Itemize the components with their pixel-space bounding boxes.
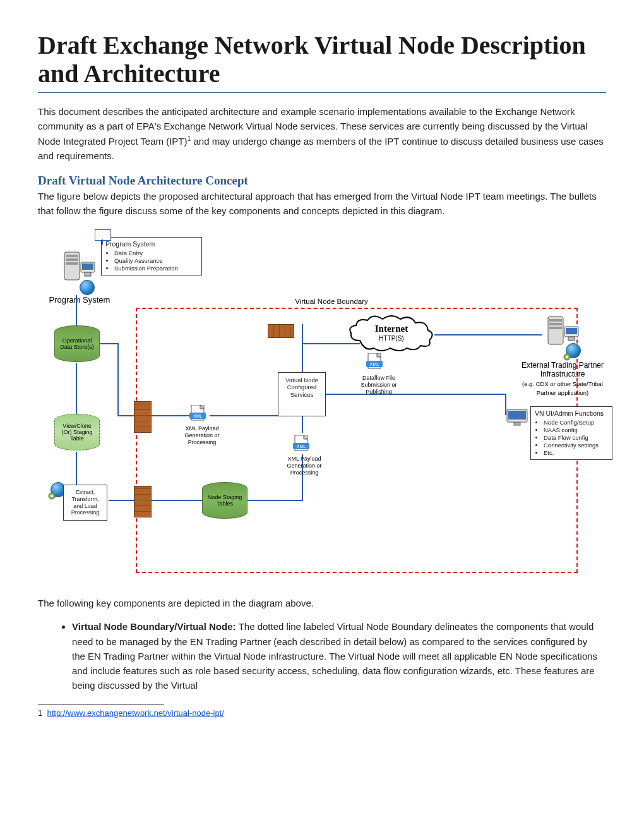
firewall-icon xyxy=(134,401,152,433)
ext-partner-sub: (e.g. CDX or other State/Tribal Partner … xyxy=(522,380,603,396)
footnote-number: 1 xyxy=(38,708,42,718)
internet-sub: HTTP(S) xyxy=(379,335,403,342)
admin-box-item: NAAS config xyxy=(544,426,608,434)
ps-box-item: Data Entry xyxy=(114,250,198,257)
key-components-list: Virtual Node Boundary/Virtual Node: The … xyxy=(57,619,606,692)
xml-file-icon: XML xyxy=(293,435,312,453)
footnote: 1 http://www.exchangenetwork.net/virtual… xyxy=(38,708,606,719)
svg-text:XML: XML xyxy=(193,414,203,418)
admin-box-item: Etc. xyxy=(544,449,608,457)
program-system-callout: Program System Data Entry Quality Assura… xyxy=(101,237,202,275)
svg-rect-6 xyxy=(85,272,91,276)
section-heading-architecture: Draft Virtual Node Architecture Concept xyxy=(38,174,606,188)
xml-file-icon: XML xyxy=(366,353,385,371)
ext-partner-text: External Trading Partner Infrastructure xyxy=(522,361,604,378)
monitor-icon xyxy=(506,409,528,426)
connector-line xyxy=(354,343,360,344)
section-paragraph: The figure below depicts the proposed ar… xyxy=(38,189,606,219)
svg-rect-29 xyxy=(514,423,520,425)
node-staging-label: Node Staging Tables xyxy=(205,494,245,507)
footnote-link[interactable]: http://www.exchangenetwork.net/virtual-n… xyxy=(47,708,224,718)
dataflow-file-label: Dataflow File Submission or Publishing xyxy=(352,375,405,395)
firewall-icon xyxy=(268,324,294,338)
internet-label: Internet HTTP(S) xyxy=(360,323,423,342)
svg-rect-20 xyxy=(549,323,562,325)
title-rule xyxy=(38,92,606,93)
connector-line xyxy=(152,500,202,501)
connector-line xyxy=(434,334,542,335)
svg-rect-3 xyxy=(66,262,78,265)
database-icon: View/Clone (Or) Staging Table xyxy=(54,414,98,450)
database-icon: Node Staging Tables xyxy=(202,482,246,519)
svg-point-26 xyxy=(566,356,568,358)
connector-line xyxy=(119,415,135,416)
intro-paragraph: This document describes the anticipated … xyxy=(38,104,606,164)
connector-line xyxy=(152,415,189,416)
svg-rect-2 xyxy=(66,258,78,261)
connector-line xyxy=(210,415,278,416)
connector-line xyxy=(117,343,119,416)
boundary-label: Virtual Node Boundary xyxy=(281,298,382,306)
view-clone-label: View/Clone (Or) Staging Table xyxy=(57,423,97,442)
bullet-head: Virtual Node Boundary/Virtual Node: xyxy=(72,621,239,632)
internet-text: Internet xyxy=(375,323,408,334)
connector-line xyxy=(247,500,303,501)
svg-rect-23 xyxy=(566,328,577,334)
ods-label: Operational Data Store(s) xyxy=(57,337,97,350)
ps-box-item: Submission Preparation xyxy=(114,265,198,272)
globe-icon xyxy=(80,280,95,295)
architecture-diagram: Virtual Node Boundary Program System Pro… xyxy=(38,227,606,581)
ext-partner-label: External Trading Partner Infrastructure … xyxy=(515,361,610,397)
svg-rect-21 xyxy=(549,327,562,329)
xml-file-icon: XML xyxy=(189,405,208,423)
admin-functions-box: VN UI/Admin Functions Node Config/Setup … xyxy=(530,406,612,460)
svg-point-8 xyxy=(51,495,53,497)
xml-gen-1-label: XML Payload Generation or Processing xyxy=(170,425,234,445)
xml-gen-2-label: XML Payload Generation or Processing xyxy=(273,456,336,476)
svg-text:XML: XML xyxy=(297,444,306,449)
vn-services-box: Virtual Node Configured Services xyxy=(278,372,326,416)
connector-line xyxy=(76,295,77,325)
etl-box: Extract, Transform, and Load Processing xyxy=(63,485,107,521)
connector-line xyxy=(505,394,506,415)
svg-rect-5 xyxy=(82,263,93,270)
program-system-label: Program System xyxy=(42,295,117,305)
svg-rect-28 xyxy=(508,411,526,420)
ps-box-title: Program System xyxy=(105,240,198,248)
post-diagram-paragraph: The following key components are depicte… xyxy=(38,596,606,610)
connector-line xyxy=(302,414,303,433)
footnote-rule xyxy=(38,704,164,705)
page-title: Draft Exchange Network Virtual Node Desc… xyxy=(38,32,606,88)
svg-text:XML: XML xyxy=(370,362,379,366)
admin-box-title: VN UI/Admin Functions xyxy=(535,409,608,418)
connector-tab xyxy=(95,229,111,241)
connector-line xyxy=(102,239,103,245)
connector-line xyxy=(76,363,77,414)
svg-rect-19 xyxy=(549,319,562,322)
connector-line xyxy=(109,500,134,501)
admin-box-item: Connectivity settings xyxy=(544,442,608,449)
connector-line xyxy=(76,452,77,486)
svg-rect-1 xyxy=(66,255,78,257)
ps-box-item: Quality Assurance xyxy=(114,257,198,265)
firewall-icon xyxy=(134,486,152,517)
admin-box-item: Data Flow config xyxy=(544,434,608,442)
database-icon: Operational Data Store(s) xyxy=(54,325,98,362)
gear-icon xyxy=(47,491,57,501)
connector-line xyxy=(303,343,354,344)
connector-line xyxy=(302,324,303,372)
admin-box-item: Node Config/Setup xyxy=(544,419,608,426)
connector-line xyxy=(326,394,505,395)
svg-rect-24 xyxy=(568,337,575,341)
list-item: Virtual Node Boundary/Virtual Node: The … xyxy=(72,619,600,692)
connector-line xyxy=(100,343,117,344)
